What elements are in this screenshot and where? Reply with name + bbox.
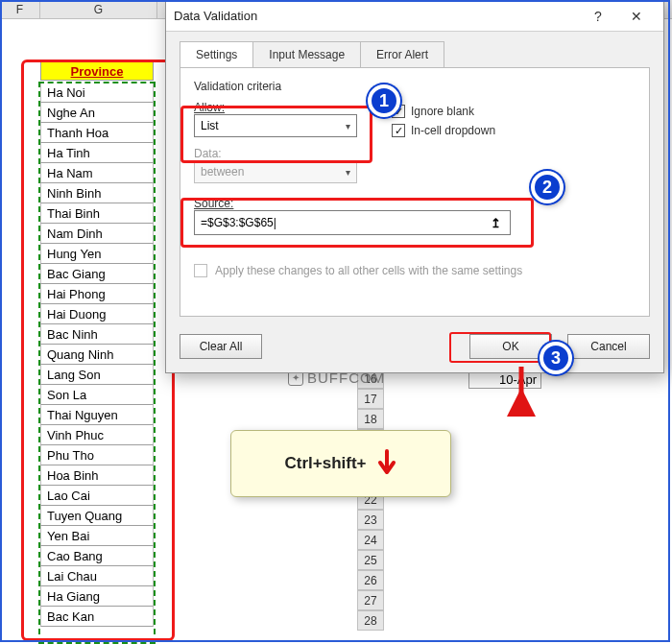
allow-select[interactable]: List ▾ — [194, 114, 357, 137]
data-value: between — [201, 165, 244, 179]
list-item[interactable]: Ha Tinh — [40, 143, 154, 163]
list-item[interactable]: Vinh Phuc — [40, 425, 154, 445]
row-number[interactable]: 24 — [357, 530, 384, 550]
list-item[interactable]: Son La — [40, 385, 154, 405]
list-item[interactable]: Lao Cai — [40, 486, 154, 506]
list-item[interactable]: Thai Binh — [40, 203, 154, 224]
list-item[interactable]: Thanh Hoa — [40, 123, 154, 143]
chevron-down-icon: ▾ — [346, 167, 350, 178]
source-label: Source: — [194, 197, 636, 210]
range-picker-icon[interactable]: ↥ — [487, 214, 504, 231]
close-button[interactable]: ✕ — [617, 3, 656, 30]
annotation-bubble-2: 2 — [531, 171, 564, 203]
list-item[interactable]: Quang Ninh — [40, 345, 154, 365]
row-number[interactable]: 25 — [357, 550, 384, 570]
clear-all-button[interactable]: Clear All — [180, 334, 262, 359]
list-item[interactable]: Tuyen Quang — [40, 506, 154, 526]
validation-criteria-label: Validation criteria — [194, 80, 636, 93]
row-number[interactable]: 23 — [357, 510, 384, 530]
list-item[interactable]: Bac Kan — [40, 607, 154, 627]
data-label: Data: — [194, 147, 636, 160]
list-item[interactable]: Hai Duong — [40, 304, 154, 324]
dialog-tabs: Settings Input Message Error Alert — [166, 32, 663, 67]
data-select: between ▾ — [194, 160, 357, 183]
shortcut-callout: Ctrl+shift+ — [230, 430, 451, 497]
list-item[interactable]: Ha Giang — [40, 586, 154, 607]
down-arrow-icon — [376, 449, 397, 478]
list-item[interactable]: Lai Chau — [40, 566, 154, 586]
tab-error-alert[interactable]: Error Alert — [360, 41, 444, 67]
dialog-titlebar[interactable]: Data Validation ? ✕ — [166, 1, 663, 32]
annotation-bubble-3: 3 — [540, 342, 572, 374]
annotation-bubble-1: 1 — [368, 84, 400, 117]
tab-settings-body: Validation criteria Allow: List ▾ Data: … — [180, 67, 650, 317]
list-item[interactable]: Hai Phong — [40, 284, 154, 304]
list-item[interactable]: Ninh Binh — [40, 183, 154, 203]
cancel-button[interactable]: Cancel — [567, 334, 650, 359]
list-item[interactable]: Ha Nam — [40, 163, 154, 183]
allow-value: List — [201, 119, 219, 132]
list-item[interactable]: Cao Bang — [40, 546, 154, 566]
list-item[interactable]: Yen Bai — [40, 526, 154, 546]
options-checkboxes: Ignore blank In-cell dropdown — [392, 105, 495, 137]
apply-all-row: Apply these changes to all other cells w… — [194, 264, 636, 277]
list-item[interactable]: Bac Giang — [40, 264, 154, 284]
chevron-down-icon: ▾ — [346, 121, 350, 131]
list-item[interactable]: Hoa Binh — [40, 465, 154, 486]
province-list: Ha Noi Nghe An Thanh Hoa Ha Tinh Ha Nam … — [40, 83, 154, 627]
ignore-blank-check[interactable]: Ignore blank — [392, 105, 495, 118]
help-button[interactable]: ? — [579, 3, 617, 30]
checkbox-icon — [392, 124, 405, 137]
arrow-to-ok-icon — [507, 359, 536, 417]
incell-dropdown-check[interactable]: In-cell dropdown — [392, 124, 495, 137]
source-value: =$G$3:$G$65| — [201, 216, 276, 229]
row-number[interactable]: 18 — [357, 409, 384, 429]
source-input[interactable]: =$G$3:$G$65| ↥ — [194, 210, 511, 235]
list-item[interactable]: Hung Yen — [40, 244, 154, 264]
data-validation-dialog: Data Validation ? ✕ Settings Input Messa… — [165, 0, 664, 373]
list-item[interactable]: Lang Son — [40, 365, 154, 385]
row-number-strip: 16 17 18 19 20 21 22 23 24 25 26 27 28 — [357, 369, 384, 631]
dialog-title: Data Validation — [174, 9, 579, 23]
row-number[interactable]: 17 — [357, 389, 384, 409]
province-header-cell[interactable]: Province — [40, 61, 154, 81]
incell-dropdown-label: In-cell dropdown — [411, 124, 495, 137]
list-item[interactable]: Ha Noi — [40, 83, 154, 103]
list-item[interactable]: Nghe An — [40, 103, 154, 123]
tab-settings[interactable]: Settings — [180, 41, 253, 67]
list-item[interactable]: Phu Tho — [40, 445, 154, 465]
col-header-g[interactable]: G — [40, 0, 157, 18]
checkbox-icon — [194, 264, 207, 277]
list-item[interactable]: Nam Dinh — [40, 224, 154, 244]
shortcut-text: Ctrl+shift+ — [284, 454, 366, 473]
list-item[interactable]: Bac Ninh — [40, 324, 154, 345]
apply-all-label: Apply these changes to all other cells w… — [215, 264, 522, 277]
tab-input-message[interactable]: Input Message — [252, 41, 361, 67]
row-number[interactable]: 28 — [357, 610, 384, 631]
row-number[interactable]: 26 — [357, 570, 384, 590]
col-header-f[interactable]: F — [0, 0, 40, 18]
list-item[interactable]: Thai Nguyen — [40, 405, 154, 425]
ignore-blank-label: Ignore blank — [411, 105, 474, 118]
dialog-button-row: Clear All OK Cancel — [166, 326, 663, 372]
row-number[interactable]: 27 — [357, 590, 384, 610]
